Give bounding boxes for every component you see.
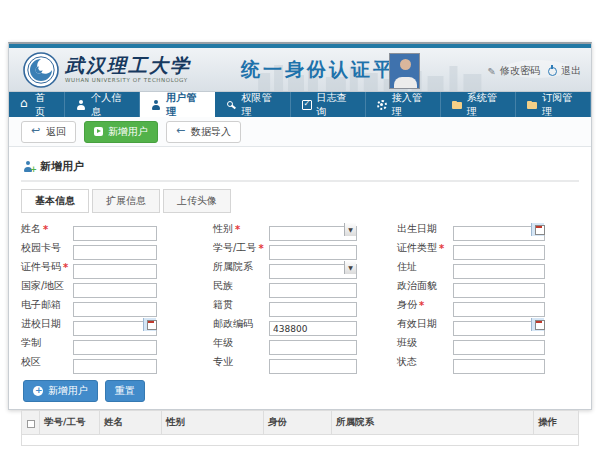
nav-item-label: 用户管理 — [166, 91, 203, 119]
text-input-年级[interactable] — [269, 340, 357, 355]
nav-item-用户管理[interactable]: 用户管理 — [140, 92, 215, 117]
submit-add-user-button[interactable]: 新增用户 — [23, 380, 98, 402]
main-nav: 首页 个人信息 用户管理 权限管理 日志查询 接入管理 系统管理 订阅管理 — [9, 92, 591, 117]
text-input-学号/工号[interactable] — [269, 245, 357, 260]
header: 武汉理工大学 WUHAN UNIVERSITY OF TECHNOLOGY 统一… — [9, 48, 591, 92]
nav-item-系统管理[interactable]: 系统管理 — [441, 92, 516, 117]
table-header-row: 学号/工号 姓名 性别 身份 所属院系 操作 — [22, 411, 579, 435]
text-input-住址[interactable] — [453, 264, 545, 279]
text-input-国家/地区[interactable] — [73, 283, 157, 298]
form-row: 电子邮箱* ▼ 籍贯* ▼ 身份* ▼ — [21, 296, 579, 314]
form-field: 校区* ▼ — [21, 355, 213, 370]
field-input-wrap: ▼ — [73, 298, 157, 313]
field-label: 学号/工号* — [213, 241, 269, 255]
form-field: 证件号码* ▼ — [21, 260, 213, 275]
tab-扩展信息[interactable]: 扩展信息 — [92, 189, 160, 213]
folder-icon — [452, 100, 462, 110]
reset-button[interactable]: 重置 — [105, 380, 145, 402]
field-input-wrap: ▼ — [269, 260, 357, 275]
add-user-button[interactable]: 新增用户 — [84, 121, 158, 143]
dropdown-arrow-icon[interactable]: ▼ — [344, 261, 356, 274]
form-field: 姓名* ▼ — [21, 222, 213, 237]
text-input-证件类型[interactable] — [453, 245, 545, 260]
text-input-政治面貌[interactable] — [453, 283, 545, 298]
field-label: 学制* — [21, 336, 73, 350]
form-row: 校区* ▼ 专业* ▼ 状态* ▼ — [21, 353, 579, 371]
data-import-button[interactable]: 数据导入 — [166, 121, 241, 143]
field-label: 证件类型* — [397, 241, 453, 255]
field-input-wrap: ▼ — [269, 241, 357, 256]
field-label: 民族* — [213, 279, 269, 293]
form-field: 证件类型* ▼ — [397, 241, 579, 256]
text-input-籍贯[interactable] — [269, 302, 357, 317]
back-arrow-icon — [31, 127, 41, 137]
user-avatar[interactable] — [389, 53, 420, 89]
text-input-班级[interactable] — [453, 340, 545, 355]
text-input-校园卡号[interactable] — [73, 245, 157, 260]
nav-item-label: 系统管理 — [467, 91, 504, 119]
text-input-证件号码[interactable] — [73, 264, 157, 279]
user-icon — [76, 100, 86, 110]
nav-item-个人信息[interactable]: 个人信息 — [65, 92, 140, 117]
field-input-wrap: ▼ — [453, 241, 545, 256]
tab-上传头像[interactable]: 上传头像 — [163, 189, 231, 213]
text-input-身份[interactable] — [453, 302, 545, 317]
field-label: 证件号码* — [21, 260, 73, 274]
field-label: 校园卡号* — [21, 241, 73, 255]
form-field: 电子邮箱* ▼ — [21, 298, 213, 313]
form-field: 专业* ▼ — [213, 355, 397, 370]
add-user-icon — [94, 127, 103, 136]
required-asterisk: * — [258, 243, 263, 254]
column-header-学号/工号: 学号/工号 — [40, 411, 100, 435]
nav-item-接入管理[interactable]: 接入管理 — [366, 92, 441, 117]
logout-link[interactable]: 退出 — [548, 64, 581, 78]
field-label: 所属院系* — [213, 260, 269, 274]
text-input-民族[interactable] — [269, 283, 357, 298]
text-input-电子邮箱[interactable] — [73, 302, 157, 317]
text-input-校区[interactable] — [73, 359, 157, 374]
back-button-label: 返回 — [46, 125, 66, 139]
text-input-状态[interactable] — [453, 359, 545, 374]
table-empty-row — [22, 435, 579, 446]
text-input-专业[interactable] — [269, 359, 357, 374]
nav-item-首页[interactable]: 首页 — [9, 92, 65, 117]
form-row: 校园卡号* ▼ 学号/工号* ▼ 证件类型* ▼ — [21, 239, 579, 257]
field-label: 专业* — [213, 355, 269, 369]
content-area: + 新增用户 基本信息 扩展信息 上传头像 姓名* ▼ 性别* ▼ 出生 — [9, 147, 591, 446]
back-button[interactable]: 返回 — [21, 121, 76, 143]
toolbar: 返回 新增用户 数据导入 — [9, 117, 591, 147]
form-field: 学制* ▼ — [21, 336, 213, 351]
select-all-checkbox[interactable] — [27, 420, 35, 428]
dropdown-arrow-icon[interactable]: ▼ — [344, 223, 356, 236]
change-password-label: 修改密码 — [500, 64, 540, 78]
calendar-icon[interactable] — [531, 318, 544, 331]
person-plus-icon: + — [23, 161, 34, 172]
field-label: 有效日期* — [397, 317, 453, 331]
field-input-wrap: ▼ — [73, 260, 157, 275]
field-label: 班级* — [397, 336, 453, 350]
users-icon — [151, 100, 161, 110]
change-password-link[interactable]: ✎ 修改密码 — [488, 64, 540, 78]
form-field: 民族* ▼ — [213, 279, 397, 294]
power-icon — [548, 67, 557, 76]
text-input-学制[interactable] — [73, 340, 157, 355]
nav-item-日志查询[interactable]: 日志查询 — [291, 92, 366, 117]
form-row: 姓名* ▼ 性别* ▼ 出生日期* ▼ — [21, 220, 579, 238]
calendar-icon[interactable] — [143, 318, 156, 331]
tab-基本信息[interactable]: 基本信息 — [21, 189, 89, 213]
field-label: 进校日期* — [21, 317, 73, 331]
form-field: 学号/工号* ▼ — [213, 241, 397, 256]
nav-item-权限管理[interactable]: 权限管理 — [215, 92, 290, 117]
nav-item-订阅管理[interactable]: 订阅管理 — [516, 92, 591, 117]
text-input-邮政编码[interactable] — [269, 321, 357, 336]
field-label: 邮政编码* — [213, 317, 269, 331]
header-user-area: ✎ 修改密码 退出 — [389, 53, 581, 89]
text-input-姓名[interactable] — [73, 226, 157, 241]
data-import-button-label: 数据导入 — [191, 125, 231, 139]
user-table: 学号/工号 姓名 性别 身份 所属院系 操作 — [21, 410, 579, 446]
logout-label: 退出 — [561, 64, 581, 78]
form-field: 住址* ▼ — [397, 260, 579, 275]
calendar-icon[interactable] — [531, 223, 544, 236]
field-label: 身份* — [397, 298, 453, 312]
form-row: 证件号码* ▼ 所属院系* ▼ 住址* ▼ — [21, 258, 579, 276]
